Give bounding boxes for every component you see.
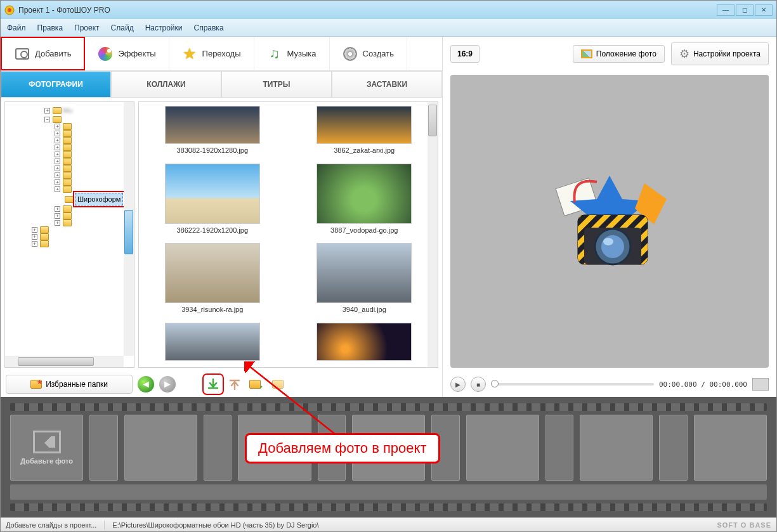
folder-down-icon bbox=[249, 380, 261, 389]
transition-slot[interactable] bbox=[204, 415, 232, 481]
project-settings-button[interactable]: ⚙ Настройки проекта bbox=[671, 42, 769, 65]
remove-folder-button[interactable] bbox=[270, 376, 286, 393]
main-toolbar: Добавить Эффекты ★ Переходы ♫ Музыка Соз… bbox=[1, 37, 442, 71]
tree-vertical-scrollbar[interactable] bbox=[124, 102, 134, 356]
app-icon bbox=[4, 5, 15, 15]
menu-slide[interactable]: Слайд bbox=[111, 23, 134, 32]
thumbnail-item[interactable]: 3862_zakat-arxi.jpg bbox=[295, 106, 434, 157]
menu-file[interactable]: Файл bbox=[7, 23, 26, 32]
fullscreen-button[interactable] bbox=[752, 378, 769, 391]
filmstrip-decoration bbox=[10, 403, 767, 411]
watermark: SOFT O BASE bbox=[717, 521, 771, 529]
menu-help[interactable]: Справка bbox=[193, 23, 223, 32]
thumbnail-item[interactable]: 3940_audi.jpg bbox=[295, 243, 434, 316]
menu-project[interactable]: Проект bbox=[74, 23, 100, 32]
audio-track[interactable] bbox=[10, 484, 767, 500]
placeholder-image-icon bbox=[33, 431, 61, 453]
window-title: Проект 1 - ФотоШОУ PRO bbox=[18, 6, 717, 15]
folder-star-icon: ★ bbox=[30, 380, 42, 389]
svg-point-12 bbox=[603, 238, 613, 245]
svg-point-1 bbox=[8, 8, 11, 12]
minimize-button[interactable]: — bbox=[717, 4, 735, 16]
status-path: E:\Pictures\Широкоформатные обои HD (час… bbox=[112, 521, 318, 529]
add-photo-slot[interactable]: Добавьте фото bbox=[10, 415, 83, 481]
favorites-button[interactable]: ★ Избранные папки bbox=[6, 375, 133, 394]
close-button[interactable]: ✕ bbox=[755, 4, 773, 16]
time-display: 00:00.000 / 00:00.000 bbox=[659, 380, 747, 389]
status-hint: Добавьте слайды в проект... bbox=[6, 521, 96, 529]
photo-position-button[interactable]: Положение фото bbox=[573, 45, 665, 63]
slide-slot[interactable] bbox=[466, 415, 539, 481]
annotation-callout: Добавляем фото в проект bbox=[245, 433, 440, 464]
seek-slider[interactable] bbox=[491, 383, 654, 386]
app-logo-icon bbox=[540, 164, 679, 278]
thumbnail-item[interactable]: 383082-1920x1280.jpg bbox=[143, 106, 282, 157]
thumbnails-panel: 383082-1920x1280.jpg 3862_zakat-arxi.jpg… bbox=[138, 101, 438, 368]
gear-icon: ⚙ bbox=[679, 47, 689, 61]
camera-icon bbox=[15, 46, 30, 62]
transitions-button[interactable]: ★ Переходы bbox=[169, 37, 254, 70]
menu-edit[interactable]: Правка bbox=[37, 23, 63, 32]
star-icon: ★ bbox=[182, 46, 197, 62]
sub-tabs: ФОТОГРАФИИ КОЛЛАЖИ ТИТРЫ ЗАСТАВКИ bbox=[1, 71, 442, 98]
nav-forward-button[interactable]: ► bbox=[159, 376, 176, 393]
aspect-ratio-button[interactable]: 16:9 bbox=[450, 45, 480, 63]
tab-collages[interactable]: КОЛЛАЖИ bbox=[111, 71, 221, 98]
picture-icon bbox=[581, 49, 592, 58]
status-bar: Добавьте слайды в проект... E:\Pictures\… bbox=[1, 517, 776, 531]
thumbnails-scrollbar[interactable] bbox=[428, 102, 438, 367]
stop-button[interactable]: ■ bbox=[471, 377, 486, 392]
add-folder-button[interactable] bbox=[248, 376, 264, 393]
remove-from-project-button[interactable] bbox=[226, 376, 243, 393]
slide-slot[interactable] bbox=[694, 415, 767, 481]
palette-icon bbox=[98, 46, 113, 62]
transition-slot[interactable] bbox=[545, 415, 573, 481]
filmstrip-decoration bbox=[10, 503, 767, 511]
thumbnail-item[interactable]: 3887_vodopad-go.jpg bbox=[295, 164, 434, 237]
slide-slot[interactable] bbox=[580, 415, 653, 481]
folder-tree[interactable]: +Mu − + + + + + + + + + + Широкоформ + bbox=[4, 101, 134, 368]
menu-settings[interactable]: Настройки bbox=[145, 23, 183, 32]
menu-bar: Файл Правка Проект Слайд Настройки Справ… bbox=[1, 19, 776, 37]
disc-icon bbox=[343, 46, 358, 62]
transition-slot[interactable] bbox=[89, 415, 117, 481]
thumbnail-item[interactable]: 386222-1920x1200.jpg bbox=[143, 164, 282, 237]
preview-area bbox=[450, 75, 769, 368]
play-button[interactable]: ▶ bbox=[450, 377, 466, 392]
create-button[interactable]: Создать bbox=[330, 37, 407, 70]
slide-slot[interactable] bbox=[124, 415, 197, 481]
tab-titles[interactable]: ТИТРЫ bbox=[221, 71, 332, 98]
tree-horizontal-scrollbar[interactable] bbox=[5, 356, 124, 367]
thumbnail-item[interactable]: 3934_risunok-ra.jpg bbox=[143, 243, 282, 316]
effects-button[interactable]: Эффекты bbox=[85, 37, 169, 70]
add-to-project-button[interactable] bbox=[205, 376, 221, 393]
tab-photos[interactable]: ФОТОГРАФИИ bbox=[1, 71, 111, 98]
maximize-button[interactable]: ◻ bbox=[736, 4, 754, 16]
transition-slot[interactable] bbox=[659, 415, 687, 481]
folder-up-icon bbox=[272, 380, 284, 389]
title-bar: Проект 1 - ФотоШОУ PRO — ◻ ✕ bbox=[1, 1, 776, 19]
nav-back-button[interactable]: ◄ bbox=[138, 376, 154, 393]
tree-selected-folder[interactable]: Широкоформ bbox=[75, 193, 123, 205]
add-button[interactable]: Добавить bbox=[1, 37, 85, 70]
svg-point-11 bbox=[601, 235, 624, 258]
thumbnail-item[interactable] bbox=[295, 323, 434, 364]
music-icon: ♫ bbox=[267, 46, 282, 62]
thumbnail-item[interactable] bbox=[143, 323, 282, 364]
tab-splash[interactable]: ЗАСТАВКИ bbox=[332, 71, 442, 98]
music-button[interactable]: ♫ Музыка bbox=[254, 37, 330, 70]
